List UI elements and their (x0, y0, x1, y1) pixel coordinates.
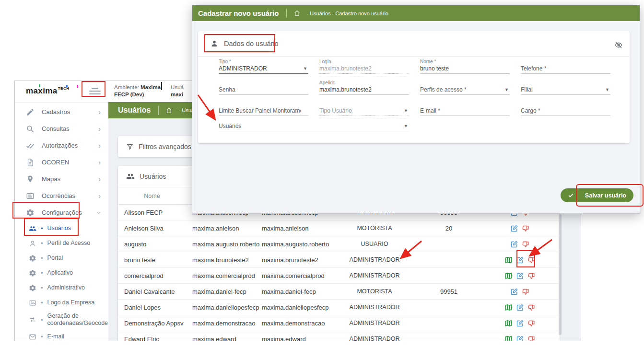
field-apelido[interactable]: Apelidomaxima.brunoteste2 (319, 80, 409, 98)
sidebar-subitem-administrativo[interactable]: •Administrativo (15, 280, 108, 295)
field-value: maxima.brunoteste2 (319, 65, 402, 72)
table-body: Alisson FECPmaxima.alisson.fecpmaxima.al… (118, 205, 560, 341)
thumb-down-action-icon[interactable] (522, 224, 530, 232)
users-icon (29, 225, 36, 232)
home-icon[interactable] (165, 107, 173, 114)
sidebar-item-autorizacoes[interactable]: Autorizações› (15, 137, 108, 154)
field-perfis-de-acesso[interactable]: Perfis de acesso *▼ (420, 80, 510, 98)
table-row-comercialprod[interactable]: comercialprodmaxima.comercialprodmaxima.… (118, 268, 560, 284)
sidebar-subitem-portal[interactable]: •Portal (15, 251, 108, 266)
visibility-off-icon[interactable] (614, 41, 623, 49)
sidebar-subitem-usuarios[interactable]: •Usuários (15, 221, 108, 236)
sidebar-item-mapas[interactable]: Mapas› (15, 171, 108, 187)
table-row-daniel-lopes[interactable]: Daniel Lopesmaxima.daniellopesfecpmaxima… (118, 300, 560, 315)
sidebar-subitem-label: E-mail (47, 333, 64, 340)
edit-action-icon[interactable] (510, 240, 518, 248)
map-action-icon[interactable] (504, 319, 513, 327)
field-usuarios[interactable]: Usuários▼ (219, 116, 409, 135)
bullet: • (41, 299, 43, 306)
thumb-down-action-icon[interactable] (522, 288, 530, 296)
thumb-down-action-icon[interactable] (527, 303, 536, 312)
sidebar-subitem-logo-da-empresa[interactable]: •Logo da Empresa (15, 295, 108, 310)
field-placeholder: Tipo Usuário (319, 107, 401, 114)
sidebar-item-configuracoes[interactable]: Configurações› (15, 204, 108, 221)
sidebar-item-label: Autorizações (42, 142, 78, 149)
home-icon[interactable] (293, 10, 301, 17)
map-action-icon[interactable] (504, 335, 513, 342)
field-underline (219, 94, 308, 95)
divider (286, 9, 287, 18)
table-row-anielson-silva[interactable]: Anielson Silvamaxima.anielsonmaxima.anie… (118, 220, 560, 236)
sidebar-subitem-geracao-de-coordenadas-geocode[interactable]: •Geração de coordenadas/Geocode (15, 310, 108, 329)
edit-action-icon[interactable] (510, 288, 518, 296)
map-action-icon[interactable] (504, 303, 513, 312)
sidebar-subitem-perfil-de-acesso[interactable]: •Perfil de Acesso (15, 236, 108, 251)
thumb-down-action-icon[interactable] (527, 272, 536, 280)
cell-nome: Demonstração Appsv (118, 320, 192, 327)
edit-action-icon[interactable] (516, 303, 524, 312)
logo-tick-blue (66, 85, 68, 88)
map-action-icon[interactable] (504, 256, 513, 264)
salvar-usuario-button[interactable]: Salvar usuário (561, 188, 633, 202)
cell-perfil: ADMINISTRADOR (331, 272, 418, 279)
field-placeholder: Filial (521, 86, 603, 93)
ambiente-label: Ambiente: (114, 84, 139, 90)
cell-actions (480, 319, 560, 327)
dropdown-caret-icon: ▼ (404, 124, 408, 128)
bullet: • (41, 269, 43, 277)
sidebar-item-consultas[interactable]: Consultas› (15, 120, 108, 137)
sidebar-subitem-aplicativo[interactable]: •Aplicativo (15, 266, 108, 280)
table-title-label: Usuários (140, 173, 166, 180)
menu-toggle-button[interactable] (89, 88, 101, 94)
table-row-daniel-cavalcante[interactable]: Daniel Cavalcantemaxima.daniel-fecpmaxim… (118, 284, 560, 300)
field-label: Nome * (420, 59, 436, 64)
swap-icon (29, 316, 36, 324)
field-nome[interactable]: Nome *bruno teste (420, 59, 510, 77)
cell-apelido: maxima.comercialprod (262, 272, 331, 279)
map-action-icon[interactable] (504, 272, 513, 280)
table-row-bruno-teste[interactable]: bruno testemaxima.brunoteste2maxima.brun… (118, 252, 560, 268)
edit-action-icon[interactable] (516, 319, 524, 327)
field-underline (319, 116, 409, 116)
table-row-demonstracao-appsv[interactable]: Demonstração Appsvmaxima.demonstracaomax… (118, 315, 560, 331)
section-title: Dados do usuário (224, 40, 279, 47)
sidebar-subitem-label: Portal (47, 254, 63, 262)
cell-actions (480, 288, 560, 296)
field-senha[interactable]: Senha (219, 80, 308, 98)
edit-action-icon[interactable] (516, 256, 524, 264)
modal-title: Cadastrar novo usuário (198, 9, 279, 17)
sidebar-subitem-label: Logo da Empresa (47, 299, 95, 306)
edit-action-icon[interactable] (516, 272, 524, 280)
mail-icon (29, 333, 36, 341)
sidebar-item-ocoren[interactable]: OCOREN› (15, 154, 108, 171)
thumb-down-action-icon[interactable] (522, 240, 530, 248)
field-underline (319, 94, 409, 95)
sidebar-subitem-e-mail[interactable]: •E-mail (15, 329, 108, 341)
sidebar-item-cadastros[interactable]: Cadastros› (15, 104, 108, 120)
cell-actions (480, 335, 560, 342)
thumb-down-action-icon[interactable] (527, 335, 536, 342)
table-row-augusto[interactable]: augustomaxima.augusto.robertomaxima.augu… (118, 236, 560, 252)
field-telefone[interactable]: Telefone * (521, 59, 610, 77)
gear-icon (29, 284, 36, 292)
field-cargo[interactable]: Cargo * (521, 101, 610, 119)
table-row-edward-elric[interactable]: Edward Elricmaxima.edwardmaxima.edwardAD… (118, 331, 560, 341)
thumb-down-action-icon[interactable] (527, 319, 536, 327)
edit-action-icon[interactable] (510, 224, 518, 232)
logo-text: maxima (26, 86, 58, 95)
bullet: • (41, 254, 43, 262)
field-underline (319, 73, 409, 74)
sidebar-item-ocorrencias[interactable]: Ocorrências› (15, 187, 108, 204)
field-filial[interactable]: Filial▼ (521, 80, 610, 98)
sidebar-item-label: Ocorrências (42, 192, 75, 199)
edit-action-icon[interactable] (516, 335, 524, 342)
thumb-down-action-icon[interactable] (527, 256, 536, 264)
divider (198, 56, 630, 57)
field-underline (219, 116, 308, 116)
cell-perfil: ADMINISTRADOR (331, 335, 418, 341)
field-value: maxima.brunoteste2 (319, 86, 402, 93)
field-tipo[interactable]: Tipo *ADMINISTRADOR▼ (219, 59, 308, 77)
field-e-mail[interactable]: E-mail * (420, 101, 510, 119)
vertical-scrollbar[interactable] (559, 214, 562, 335)
field-login[interactable]: Loginmaxima.brunoteste2 (319, 59, 409, 77)
